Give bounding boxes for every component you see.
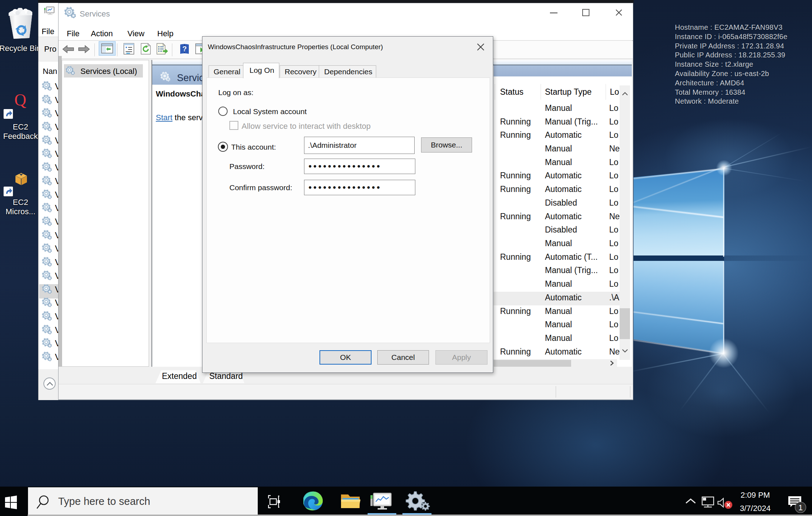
svg-text:1: 1 — [798, 503, 803, 512]
